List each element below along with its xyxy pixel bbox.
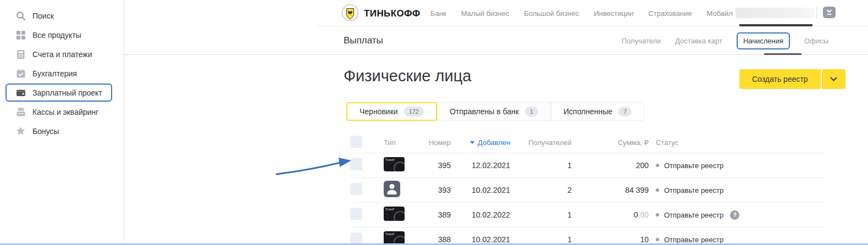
- registry-date: 12.02.2021: [451, 161, 517, 170]
- registry-date: 10.02.2021: [451, 235, 517, 244]
- calendar-check-icon: [15, 68, 26, 79]
- sidebar-item-all-products[interactable]: Все продукты: [0, 25, 123, 44]
- sidebar-item-cash-acquiring[interactable]: Кассы и эквайринг: [0, 102, 123, 121]
- nav-item-mobile[interactable]: Мобайл: [706, 9, 732, 18]
- page-title: Физические лица: [344, 67, 471, 85]
- grid-icon: [15, 30, 26, 40]
- star-icon: [15, 126, 26, 136]
- count-badge: 7: [618, 107, 632, 116]
- create-registry-dropdown-button[interactable]: [822, 69, 845, 89]
- sidebar-item-accounting[interactable]: Бухгалтерия: [0, 64, 123, 83]
- filter-tab-executed[interactable]: Исполненные 7: [551, 102, 644, 121]
- filter-tab-drafts[interactable]: Черновики 172: [346, 102, 437, 121]
- person-icon: [384, 181, 400, 197]
- filter-tab-label: Отправлены в банк: [450, 107, 519, 116]
- count-badge: 172: [404, 107, 424, 116]
- account-name-redacted: [736, 8, 815, 18]
- main-content: Физические лица Создать реестр Черновики…: [124, 55, 868, 245]
- column-header-sum: Сумма, ₽: [572, 138, 649, 147]
- sidebar-item-bonuses[interactable]: Бонусы: [0, 121, 123, 141]
- create-registry-split-button: Создать реестр: [739, 69, 845, 89]
- table-row[interactable]: Tinkoff 388 10.02.2021 1 10 Отправьте ре…: [350, 227, 825, 245]
- sidebar-item-label: Зарплатный проект: [32, 88, 102, 97]
- nav-item-bank[interactable]: Банк: [430, 9, 446, 18]
- search-icon: [15, 10, 26, 21]
- registry-status: Отправьте реестр: [649, 186, 825, 194]
- column-header-recipients: Получателей: [517, 138, 572, 147]
- sidebar-item-salary-project[interactable]: Зарплатный проект: [5, 83, 112, 102]
- registry-status: Отправьте реестр: [649, 162, 825, 170]
- nav-item-insurance[interactable]: Страхование: [648, 9, 692, 18]
- registry-sum: 10: [572, 235, 649, 244]
- registry-date: 10.02.2021: [451, 186, 517, 194]
- section-title: Выплаты: [344, 35, 383, 46]
- card-brand-label: Tinkoff: [385, 208, 394, 211]
- registry-sum: 0,80: [572, 210, 649, 219]
- tab-recipients[interactable]: Получатели: [622, 37, 661, 45]
- section-header: Выплаты Получатели Доставка карт Начисле…: [124, 26, 868, 55]
- select-all-checkbox[interactable]: [350, 136, 362, 148]
- tinkoff-crest-icon: [341, 4, 359, 24]
- account-menu-button[interactable]: [823, 7, 836, 18]
- column-header-status: Статус: [649, 138, 825, 147]
- nav-item-investments[interactable]: Инвестиции: [594, 9, 633, 18]
- registry-number: 389: [418, 210, 451, 219]
- sidebar-item-search[interactable]: Поиск: [0, 6, 123, 25]
- tab-card-delivery[interactable]: Доставка карт: [675, 37, 722, 45]
- create-registry-button[interactable]: Создать реестр: [739, 69, 821, 89]
- sidebar-item-label: Бонусы: [32, 127, 59, 136]
- status-dot-icon: [656, 213, 659, 216]
- table-header-row: Тип Номер Добавлен Получателей Сумма, ₽ …: [350, 132, 825, 153]
- sidebar-item-label: Счета и платежи: [32, 50, 92, 59]
- registry-sum: 200: [572, 161, 649, 170]
- status-text: Отправьте реестр: [664, 186, 723, 194]
- filter-tab-sent-to-bank[interactable]: Отправлены в банк 1: [437, 102, 551, 121]
- tab-offices[interactable]: Офисы: [804, 37, 828, 45]
- registry-filter-tabs: Черновики 172 Отправлены в банк 1 Исполн…: [346, 102, 644, 121]
- status-dot-icon: [656, 238, 659, 241]
- sidebar-item-label: Поиск: [32, 12, 54, 20]
- registry-status: Отправьте реестр?: [649, 210, 825, 220]
- tab-accruals[interactable]: Начисления: [737, 32, 790, 49]
- tinkoff-card-icon: Tinkoff: [384, 207, 405, 221]
- column-header-number: Номер: [418, 138, 451, 147]
- help-question-icon[interactable]: ?: [730, 210, 739, 220]
- registry-number: 388: [418, 235, 451, 244]
- status-text: Отправьте реестр: [664, 211, 723, 219]
- chevron-down-icon: [826, 8, 833, 18]
- count-badge: 1: [525, 107, 538, 116]
- column-header-added[interactable]: Добавлен: [451, 138, 517, 147]
- filter-tab-label: Исполненные: [563, 107, 612, 116]
- brand-logo[interactable]: ТИНЬКОФФ: [341, 4, 421, 24]
- chevron-down-icon: [830, 74, 837, 84]
- nav-item-big-business[interactable]: Большой бизнес: [524, 9, 579, 18]
- table-row[interactable]: Tinkoff 395 12.02.2021 1 200 Отправьте р…: [350, 153, 825, 178]
- cash-register-icon: [15, 107, 26, 117]
- brand-name: ТИНЬКОФФ: [364, 8, 421, 19]
- row-checkbox[interactable]: [350, 232, 362, 244]
- sidebar-item-accounts-payments[interactable]: Счета и платежи: [0, 44, 123, 64]
- filter-tab-label: Черновики: [360, 107, 398, 116]
- header-vertical-divider: [816, 7, 817, 19]
- registry-status: Отправьте реестр: [649, 236, 825, 244]
- registry-recipients: 1: [517, 161, 572, 170]
- sidebar-item-label: Кассы и эквайринг: [32, 108, 98, 116]
- row-checkbox[interactable]: [350, 208, 362, 220]
- top-header: ТИНЬКОФФ Банк Малый бизнес Большой бизне…: [124, 0, 868, 26]
- sidebar-item-label: Бухгалтерия: [32, 69, 77, 78]
- tinkoff-card-icon: Tinkoff: [384, 157, 405, 171]
- card-brand-label: Tinkoff: [385, 232, 394, 236]
- table-row[interactable]: Tinkoff 389 10.02.2022 1 0,80 Отправьте …: [350, 203, 825, 227]
- status-text: Отправьте реестр: [664, 162, 723, 170]
- sidebar: Поиск Все продукты Счета и платежи Бухга…: [0, 0, 124, 245]
- status-dot-icon: [656, 188, 659, 192]
- nav-item-small-business[interactable]: Малый бизнес: [461, 9, 510, 18]
- table-row[interactable]: 393 10.02.2021 2 84 399 Отправьте реестр: [350, 178, 825, 203]
- column-header-type: Тип: [379, 138, 418, 147]
- registry-recipients: 1: [517, 210, 572, 219]
- column-header-added-label: Добавлен: [478, 138, 510, 147]
- top-navigation: Банк Малый бизнес Большой бизнес Инвести…: [430, 0, 755, 26]
- registry-recipients: 1: [517, 235, 572, 244]
- status-text: Отправьте реестр: [664, 236, 723, 244]
- row-checkbox[interactable]: [350, 183, 362, 195]
